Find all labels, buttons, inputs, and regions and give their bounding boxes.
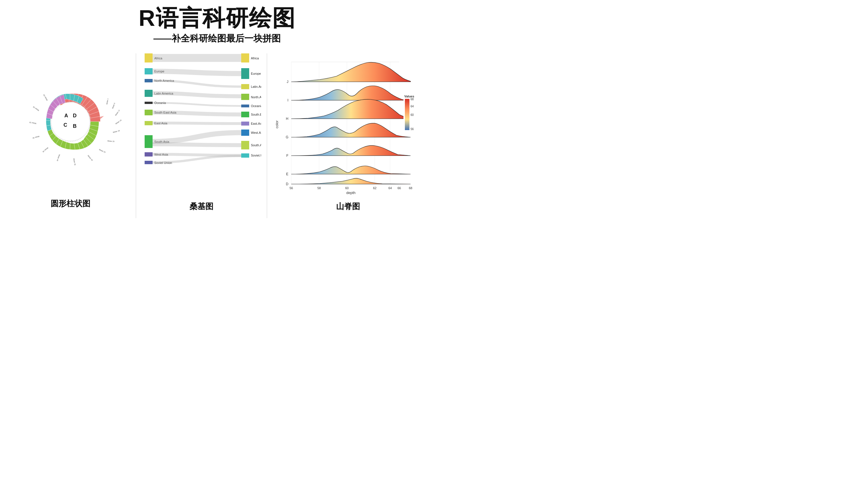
divider-2 bbox=[267, 54, 267, 218]
sankey-label-soviet-right: Soviet.Union bbox=[251, 154, 261, 157]
sankey-right-westasia bbox=[241, 130, 249, 136]
sankey-right-latinamerica bbox=[241, 84, 249, 89]
sankey-label-oceania-right: Oceania bbox=[251, 104, 261, 108]
label-mister25: Mister 25 bbox=[99, 149, 106, 153]
label-mister6: Mister 6 bbox=[112, 102, 115, 109]
sankey-left-northamerica bbox=[145, 79, 153, 83]
legend-val-56: 56 bbox=[410, 128, 414, 131]
y-label-d: D bbox=[286, 182, 289, 186]
page: R语言科研绘图 ——补全科研绘图最后一块拼图 A D C B bbox=[0, 0, 434, 244]
flow-southeastasia-southeastasia bbox=[153, 112, 241, 115]
sankey-label-eastasia-right: East.Asia bbox=[251, 122, 261, 125]
x-tick-60: 60 bbox=[345, 186, 349, 190]
ridge-panel: J I H G F E D color 56 58 60 62 64 66 68… bbox=[269, 48, 428, 212]
flow-northamerica-latinamerica bbox=[153, 81, 241, 87]
legend-val-60: 60 bbox=[410, 113, 414, 117]
ridge-label: 山脊图 bbox=[336, 201, 360, 212]
y-label-j: J bbox=[287, 80, 288, 84]
label-mister53: Mister 53 bbox=[29, 122, 36, 124]
flow-europe-europe bbox=[153, 71, 241, 73]
sankey-label-africa-right: Africa bbox=[251, 57, 259, 60]
group-d-label: D bbox=[73, 113, 76, 119]
sankey-label-southasia-right: South.Asia bbox=[251, 143, 261, 147]
flow-southasia-westasia bbox=[153, 133, 241, 141]
sankey-chart: Africa Europe North America Latin Americ… bbox=[142, 48, 261, 198]
flow-latinamerica-northamerica bbox=[153, 93, 241, 96]
legend-val-68: 68 bbox=[410, 98, 414, 101]
ridge-f bbox=[291, 145, 410, 156]
sankey-right-southasia bbox=[241, 141, 249, 150]
x-axis-label: depth bbox=[346, 191, 356, 195]
sankey-right-oceania bbox=[241, 104, 249, 107]
y-label-h: H bbox=[286, 117, 289, 121]
sankey-left-oceania bbox=[145, 102, 153, 104]
y-label-f: F bbox=[286, 154, 288, 158]
ridge-chart: J I H G F E D color 56 58 60 62 64 66 68… bbox=[274, 48, 422, 198]
sankey-left-europe bbox=[145, 68, 153, 74]
circular-panel: A D C B bbox=[6, 48, 134, 209]
y-label-i: I bbox=[287, 98, 288, 102]
header: R语言科研绘图 ——补全科研绘图最后一块拼图 bbox=[0, 0, 434, 45]
sankey-right-eastasia bbox=[241, 122, 249, 126]
sankey-left-latinamerica bbox=[145, 90, 153, 97]
sankey-left-southeastasia bbox=[145, 110, 153, 115]
x-tick-68: 68 bbox=[409, 186, 412, 190]
sub-title: ——补全科研绘图最后一块拼图 bbox=[0, 32, 434, 45]
label-mister11: Mister 11 bbox=[115, 109, 120, 116]
flow-southasia-southasia bbox=[153, 144, 241, 145]
sankey-right-soviet bbox=[241, 153, 249, 158]
x-tick-62: 62 bbox=[373, 186, 376, 190]
label-mister35: Mister 35 bbox=[73, 158, 76, 166]
label-mister56: Mister 56 bbox=[32, 106, 39, 111]
svg-point-0 bbox=[51, 102, 90, 141]
label-mister45: Mister 45 bbox=[42, 147, 49, 153]
label-mister30: Mister 30 bbox=[87, 155, 93, 161]
sankey-right-europe bbox=[241, 68, 249, 79]
group-b-label: B bbox=[73, 123, 76, 129]
legend-colorbar bbox=[405, 99, 409, 130]
ridge-i bbox=[291, 86, 410, 100]
sankey-left-soviet bbox=[145, 161, 153, 164]
ridge-e bbox=[291, 166, 410, 174]
legend-val-64: 64 bbox=[410, 105, 414, 108]
panels-container: A D C B bbox=[0, 45, 434, 227]
sankey-left-westasia bbox=[145, 152, 153, 157]
sankey-left-eastasia bbox=[145, 121, 153, 125]
sankey-label-northamerica-right: North.America bbox=[251, 95, 261, 99]
sankey-right-africa bbox=[241, 54, 249, 63]
y-axis-label: color bbox=[275, 120, 279, 128]
sankey-label-southeastasia-right: South.East.Asia bbox=[251, 113, 261, 116]
x-tick-56: 56 bbox=[289, 186, 293, 190]
sankey-right-northamerica bbox=[241, 94, 249, 100]
label-mister1: Mister 1 bbox=[106, 98, 109, 104]
ridge-h bbox=[291, 99, 410, 119]
y-label-g: G bbox=[286, 135, 288, 139]
ridge-j bbox=[291, 62, 410, 82]
sankey-left-southasia bbox=[145, 135, 153, 148]
flow-soviet-soviet bbox=[153, 156, 241, 162]
label-mister40: Mister 40 bbox=[56, 154, 60, 162]
label-mister59: Mister 59 bbox=[43, 94, 48, 101]
x-tick-58: 58 bbox=[317, 186, 321, 190]
x-tick-66: 66 bbox=[398, 186, 401, 190]
circular-label: 圆形柱状图 bbox=[51, 198, 90, 209]
sankey-panel: Africa Europe North America Latin Americ… bbox=[137, 48, 266, 212]
ridge-d bbox=[291, 178, 410, 184]
sankey-label-latinamerica-right: Latin.America bbox=[251, 85, 261, 88]
y-label-e: E bbox=[286, 172, 288, 176]
sankey-label-westasia-right: West.Asia bbox=[251, 131, 261, 134]
main-title: R语言科研绘图 bbox=[0, 6, 434, 31]
group-c-label: C bbox=[63, 122, 67, 128]
sankey-label: 桑基图 bbox=[189, 201, 213, 212]
divider-1 bbox=[136, 54, 136, 218]
sankey-left-africa bbox=[145, 54, 153, 63]
flow-eastasia-eastasia bbox=[153, 123, 241, 124]
circular-chart: A D C B bbox=[11, 48, 130, 195]
label-mister50: Mister 50 bbox=[32, 135, 39, 139]
label-mister16: Mister 16 bbox=[115, 119, 122, 124]
ridge-g bbox=[291, 123, 410, 137]
sankey-label-europe-right: Europe bbox=[251, 72, 261, 75]
sankey-right-southeastasia bbox=[241, 111, 249, 117]
group-a-label: A bbox=[64, 113, 68, 119]
label-mister20: Mister 20 bbox=[107, 140, 115, 142]
